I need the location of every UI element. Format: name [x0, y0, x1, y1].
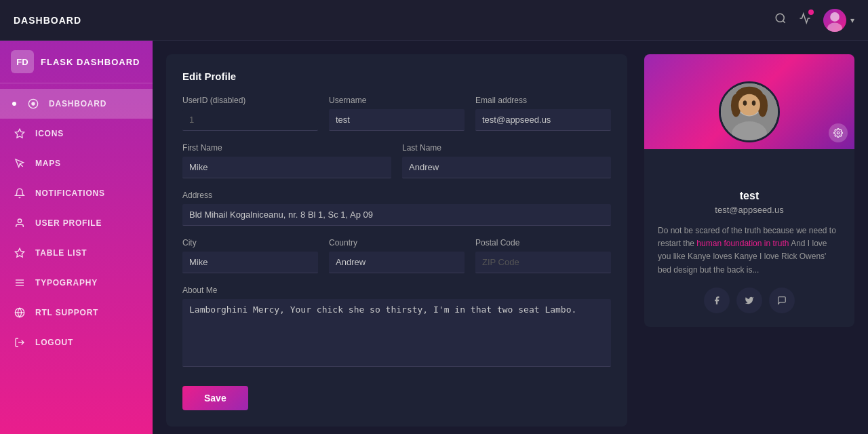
aboutme-group: About Me Lamborghini Mercy, Your chick s… [182, 285, 611, 367]
brand-logo: FD [11, 50, 34, 73]
facebook-button[interactable] [704, 288, 730, 313]
typography-icon [12, 275, 27, 290]
firstname-group: First Name [182, 143, 391, 178]
email-group: Email address [475, 96, 611, 131]
content-area: Edit Profile UserID (disabled) Username … [153, 41, 644, 434]
user-menu[interactable]: ▾ [823, 9, 854, 32]
sidebar-nav: DASHBOARD ICONS MAPS NOTIFICATIONS USER … [0, 83, 153, 363]
search-icon[interactable] [774, 12, 787, 28]
userid-group: UserID (disabled) [182, 96, 318, 131]
country-group: Country [329, 238, 465, 273]
topbar-actions: ▾ [774, 9, 854, 32]
country-input[interactable] [329, 252, 465, 273]
user-icon [12, 216, 27, 231]
rtl-icon [12, 305, 27, 320]
sidebar-item-typography[interactable]: TYPOGRAPHY [0, 268, 153, 298]
form-row-2: First Name Last Name [182, 143, 611, 178]
svg-point-20 [738, 94, 760, 116]
sidebar-item-label: DASHBOARD [49, 99, 106, 108]
twitter-button[interactable] [736, 288, 762, 313]
username-group: Username [329, 96, 465, 131]
country-label: Country [329, 238, 465, 248]
sidebar-item-notifications[interactable]: NOTIFICATIONS [0, 178, 153, 208]
activity-icon[interactable] [799, 12, 811, 28]
aboutme-label: About Me [182, 285, 611, 295]
aboutme-input[interactable]: Lamborghini Mercy, Your chick she so thi… [182, 299, 611, 367]
notifications-icon [12, 186, 27, 201]
svg-point-0 [776, 14, 784, 22]
lastname-label: Last Name [402, 143, 611, 153]
svg-line-1 [783, 20, 785, 22]
profile-name: test [658, 190, 841, 202]
profile-avatar [719, 81, 780, 142]
sidebar-item-icons[interactable]: ICONS [0, 119, 153, 149]
sidebar-item-table-list[interactable]: TABLE LIST [0, 238, 153, 268]
profile-email: test@appseed.us [658, 205, 841, 215]
topbar-title: DASHBOARD [14, 15, 81, 26]
form-row-3: Address [182, 191, 611, 226]
address-input[interactable] [182, 204, 611, 226]
sidebar: FD FLASK DASHBOARD DASHBOARD ICONS MAPS [0, 0, 153, 434]
svg-marker-7 [15, 248, 24, 257]
form-row-1: UserID (disabled) Username Email address [182, 96, 611, 131]
profile-card-header [644, 54, 854, 149]
sidebar-item-logout[interactable]: LOGOUT [0, 328, 153, 357]
sidebar-item-rtl-support[interactable]: RTL SUPPORT [0, 298, 153, 328]
address-group: Address [182, 191, 611, 226]
sidebar-item-label: LOGOUT [35, 338, 73, 347]
avatar [823, 9, 846, 32]
form-row-4: City Country Postal Code [182, 238, 611, 273]
lastname-group: Last Name [402, 143, 611, 178]
username-label: Username [329, 96, 465, 105]
dropdown-arrow: ▾ [850, 16, 854, 25]
svg-point-5 [31, 102, 35, 105]
sidebar-item-label: MAPS [35, 159, 61, 168]
username-input[interactable] [329, 109, 465, 131]
svg-point-2 [830, 12, 840, 22]
message-button[interactable] [769, 288, 795, 313]
social-links [658, 288, 841, 313]
topbar: DASHBOARD ▾ [0, 0, 868, 41]
userid-input [182, 109, 318, 131]
email-label: Email address [475, 96, 611, 105]
icons-icon [12, 126, 27, 141]
svg-point-6 [18, 219, 21, 222]
sidebar-item-label: RTL SUPPORT [35, 308, 98, 317]
active-dot [12, 102, 16, 106]
profile-bio: Do not be scared of the truth because we… [658, 224, 841, 277]
profile-card: test test@appseed.us Do not be scared of… [644, 54, 854, 327]
postal-input[interactable] [475, 252, 611, 273]
main-content: Edit Profile UserID (disabled) Username … [153, 0, 868, 434]
firstname-input[interactable] [182, 157, 391, 178]
sidebar-item-dashboard[interactable]: DASHBOARD [0, 89, 153, 119]
profile-card-body: test test@appseed.us Do not be scared of… [644, 149, 854, 327]
postal-group: Postal Code [475, 238, 611, 273]
svg-point-22 [752, 100, 756, 105]
maps-icon [12, 156, 27, 171]
postal-label: Postal Code [475, 238, 611, 248]
logout-icon [12, 335, 27, 350]
sidebar-brand: FD FLASK DASHBOARD [0, 41, 153, 83]
edit-profile-card: Edit Profile UserID (disabled) Username … [166, 54, 627, 427]
lastname-input[interactable] [402, 157, 611, 178]
svg-point-21 [743, 100, 747, 105]
city-input[interactable] [182, 252, 318, 273]
sidebar-item-label: TABLE LIST [35, 248, 87, 258]
email-input[interactable] [475, 109, 611, 131]
svg-point-3 [827, 22, 842, 32]
card-title: Edit Profile [182, 71, 611, 82]
sidebar-item-label: NOTIFICATIONS [35, 189, 105, 198]
profile-avatar-wrapper [719, 81, 780, 142]
save-button[interactable]: Save [182, 386, 248, 410]
sidebar-item-maps[interactable]: MAPS [0, 149, 153, 178]
sidebar-item-label: ICONS [35, 129, 64, 138]
sidebar-item-label: TYPOGRAPHY [35, 278, 98, 288]
sidebar-item-user-profile[interactable]: USER PROFILE [0, 208, 153, 238]
brand-name: FLASK DASHBOARD [41, 57, 140, 67]
dashboard-icon [26, 96, 41, 111]
form-row-5: About Me Lamborghini Mercy, Your chick s… [182, 285, 611, 367]
svg-point-23 [837, 132, 840, 134]
userid-label: UserID (disabled) [182, 96, 318, 105]
bio-highlight: human foundation in truth [696, 239, 789, 248]
settings-button[interactable] [829, 123, 848, 142]
